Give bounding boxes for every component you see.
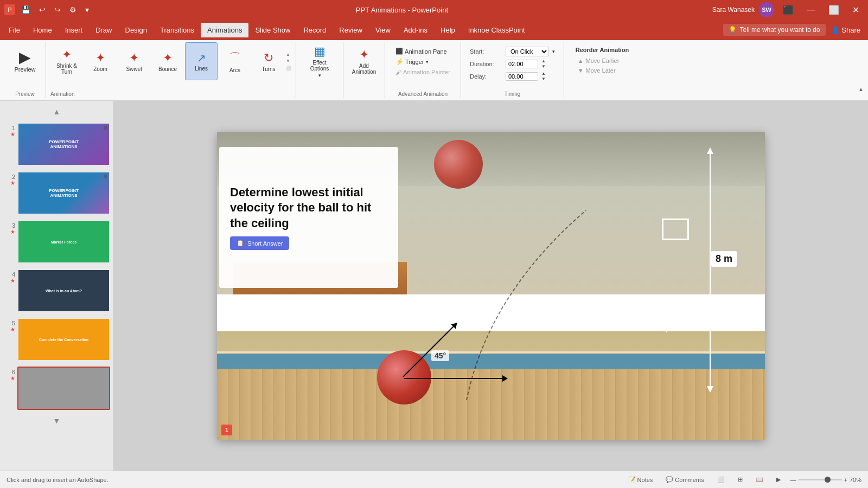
duration-input[interactable]: [506, 60, 538, 68]
basketball-hoop: [646, 219, 689, 262]
question-panel: Determine lowest initial velocity for th…: [219, 147, 398, 288]
slide-img-1[interactable]: POWERPOINTANIMATIONS ⚙: [17, 123, 110, 166]
duration-up[interactable]: ▲: [541, 59, 546, 64]
ribbon-collapse-button[interactable]: ▲: [858, 86, 864, 92]
ribbon-add-animation-group: ✦ AddAnimation: [343, 42, 385, 98]
move-earlier-button[interactable]: ▲ Move Earlier: [576, 56, 629, 65]
red-ball-bottom[interactable]: [377, 350, 431, 404]
delay-input[interactable]: [506, 72, 538, 81]
anim-swivel[interactable]: ✦ Swivel: [118, 42, 150, 80]
save-button[interactable]: 💾: [18, 4, 33, 15]
move-earlier-label: Move Earlier: [586, 57, 620, 64]
scroll-down[interactable]: ▼: [286, 58, 291, 64]
close-button[interactable]: ✕: [848, 4, 864, 16]
slide-sorter-button[interactable]: ⊞: [735, 475, 746, 484]
slideshow-button[interactable]: ▶: [773, 475, 784, 484]
duration-down[interactable]: ▼: [541, 64, 546, 69]
menu-design[interactable]: Design: [119, 23, 154, 37]
slide-img-5[interactable]: Complete the Conversation: [17, 318, 110, 361]
menu-view[interactable]: View: [369, 23, 397, 37]
minimize-button[interactable]: —: [802, 4, 820, 16]
zoom-in-button[interactable]: +: [844, 477, 847, 483]
slide-thumb-4[interactable]: 4 ★ What is in an Atom?: [2, 268, 111, 313]
search-label[interactable]: Tell me what you want to do: [740, 26, 820, 34]
menu-classpoint[interactable]: Inknoe ClassPoint: [462, 23, 532, 37]
short-answer-label: Short Answer: [247, 240, 283, 247]
scroll-expand[interactable]: ⬜: [286, 65, 291, 71]
effect-options-button[interactable]: ▦ EffectOptions ▾: [301, 42, 339, 80]
slide-num-5: 5: [7, 318, 15, 326]
slides-scroll-up[interactable]: ▲: [2, 105, 111, 118]
menu-home[interactable]: Home: [27, 23, 59, 37]
menu-slideshow[interactable]: Slide Show: [248, 23, 297, 37]
menu-draw[interactable]: Draw: [89, 23, 118, 37]
slide-img-6[interactable]: [17, 367, 110, 410]
zoom-out-button[interactable]: —: [790, 477, 796, 483]
comments-label: Comments: [675, 477, 704, 483]
search-bar[interactable]: 💡 Tell me what you want to do: [723, 24, 826, 36]
slide-img-2[interactable]: POWERPOINTANIMATIONS ⚙: [17, 171, 110, 215]
slide-thumb-5[interactable]: 5 ★ Complete the Conversation: [2, 317, 111, 362]
ribbon-effect-group: ▦ EffectOptions ▾: [296, 42, 343, 98]
slide-settings-icon-2[interactable]: ⚙: [103, 174, 108, 179]
quick-access-button[interactable]: ⚙: [67, 4, 79, 15]
slide-star-2: ★: [10, 180, 15, 186]
ribbon-reorder-group: Reorder Animation ▲ Move Earlier ▼ Move …: [564, 42, 640, 98]
scroll-up[interactable]: ▲: [286, 52, 291, 57]
start-dropdown-icon: ▾: [552, 49, 555, 54]
slides-scroll-down[interactable]: ▼: [2, 414, 111, 427]
delay-down[interactable]: ▼: [541, 76, 546, 82]
slide-img-4[interactable]: What is in an Atom?: [17, 269, 110, 312]
animation-pane-button[interactable]: ⬛ Animation Pane: [393, 47, 452, 56]
menu-record[interactable]: Record: [297, 23, 333, 37]
anim-arcs[interactable]: ⌒ Arcs: [219, 42, 251, 80]
animation-painter-button[interactable]: 🖌 Animation Painter: [393, 68, 452, 76]
resize-handle-right[interactable]: [864, 101, 868, 471]
anim-shrink-turn[interactable]: ✦ Shrink &Turn: [50, 42, 83, 80]
anim-zoom[interactable]: ✦ Zoom: [84, 42, 117, 80]
start-select[interactable]: On Click With Previous After Previous: [506, 47, 549, 56]
trigger-button[interactable]: ⚡ Trigger ▾: [393, 57, 452, 67]
slide-thumb-1[interactable]: 1 ★ POWERPOINTANIMATIONS ⚙: [2, 121, 111, 167]
reading-view-button[interactable]: 📖: [752, 475, 767, 484]
undo-button[interactable]: ↩: [36, 4, 48, 15]
slide-preview-4: What is in an Atom?: [18, 270, 109, 311]
menu-file[interactable]: File: [2, 23, 27, 37]
slide-thumb-3[interactable]: 3 ★ Market Forces: [2, 219, 111, 265]
red-ball-top[interactable]: [434, 140, 483, 189]
anim-turns[interactable]: ↻ Turns: [252, 42, 285, 80]
user-avatar[interactable]: SW: [759, 2, 774, 17]
slide-thumb-2[interactable]: 2 ★ POWERPOINTANIMATIONS ⚙: [2, 170, 111, 216]
menu-insert[interactable]: Insert: [59, 23, 90, 37]
slide-canvas[interactable]: Determine lowest initial velocity for th…: [217, 132, 765, 440]
animation-pane-icon: ⬛: [395, 48, 403, 55]
slide-thumb-6[interactable]: 6 ★: [2, 365, 111, 411]
effect-dropdown-icon: ▾: [318, 73, 321, 78]
preview-button[interactable]: ▶ Preview: [9, 42, 41, 80]
slide-img-3[interactable]: Market Forces: [17, 220, 110, 264]
dropdown-button[interactable]: ▾: [82, 4, 92, 15]
delay-up[interactable]: ▲: [541, 71, 546, 76]
anim-lines[interactable]: ↗ Lines: [185, 42, 218, 80]
arcs-label: Arcs: [229, 67, 240, 73]
effect-options-label: EffectOptions: [310, 60, 329, 72]
slide-settings-icon-1[interactable]: ⚙: [103, 125, 108, 131]
anim-bounce[interactable]: ✦ Bounce: [151, 42, 184, 80]
add-animation-button[interactable]: ✦ AddAnimation: [348, 42, 380, 80]
share-button[interactable]: 👤 Share: [826, 24, 866, 36]
notes-button[interactable]: 📝 Notes: [625, 475, 656, 484]
menu-addins[interactable]: Add-ins: [397, 23, 434, 37]
zoom-slider[interactable]: [799, 479, 842, 480]
zoom-thumb[interactable]: [825, 477, 831, 483]
menu-help[interactable]: Help: [434, 23, 462, 37]
window-options-button[interactable]: ⬛: [778, 4, 798, 16]
normal-view-button[interactable]: ⬜: [714, 475, 728, 484]
move-later-button[interactable]: ▼ Move Later: [576, 66, 629, 75]
menu-animations[interactable]: Animations: [201, 23, 248, 37]
menu-review[interactable]: Review: [333, 23, 369, 37]
menu-transitions[interactable]: Transitions: [154, 23, 201, 37]
comments-button[interactable]: 💬 Comments: [662, 475, 707, 484]
short-answer-button[interactable]: 📋 Short Answer: [230, 236, 289, 250]
maximize-button[interactable]: ⬜: [824, 4, 844, 16]
redo-button[interactable]: ↪: [52, 4, 63, 15]
